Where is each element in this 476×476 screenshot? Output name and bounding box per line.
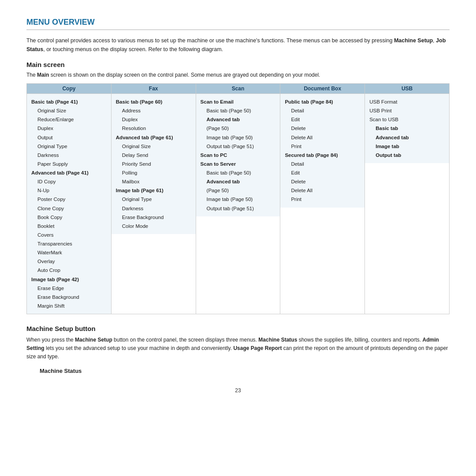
col-3-item-9: Delete bbox=[285, 177, 360, 186]
col-1-item-9: Mailbox bbox=[116, 177, 191, 186]
col-3-item-8: Edit bbox=[285, 168, 360, 177]
col-1-item-6: Delay Send bbox=[116, 151, 191, 160]
col-1-item-13: Erase Background bbox=[116, 213, 191, 222]
menu-table: CopyBasic tab (Page 41)Original SizeRedu… bbox=[26, 83, 450, 314]
col-1-item-3: Resolution bbox=[116, 124, 191, 133]
menu-col-document-box: Document BoxPublic tab (Page 84)DetailEd… bbox=[280, 84, 365, 314]
col-0-item-4: Output bbox=[31, 133, 107, 142]
col-0-item-13: Book Copy bbox=[31, 213, 107, 222]
col-0-item-10: N-Up bbox=[31, 186, 107, 195]
col-0-item-22: Erase Background bbox=[31, 293, 107, 301]
col-header-2: Scan bbox=[196, 84, 280, 94]
col-0-item-7: Paper Supply bbox=[31, 160, 107, 168]
col-0-item-2: Reduce/Enlarge bbox=[31, 115, 107, 124]
col-4-item-4: Advanced tab bbox=[369, 133, 445, 142]
col-1-item-10: Image tab (Page 61) bbox=[116, 186, 191, 195]
col-2-item-12: Output tab (Page 51) bbox=[201, 204, 276, 213]
col-3-item-11: Print bbox=[285, 195, 360, 204]
col-0-item-6: Darkness bbox=[31, 151, 107, 160]
col-2-item-6: Scan to PC bbox=[201, 151, 276, 160]
col-2-item-4: Image tab (Page 50) bbox=[201, 133, 276, 142]
col-0-item-21: Erase Edge bbox=[31, 284, 107, 293]
col-header-3: Document Box bbox=[280, 84, 364, 94]
col-0-item-20: Image tab (Page 42) bbox=[31, 275, 107, 284]
col-3-item-7: Detail bbox=[285, 160, 360, 168]
col-header-4: USB bbox=[365, 84, 449, 94]
col-body-3: Public tab (Page 84)DetailEditDeleteDele… bbox=[280, 94, 364, 208]
col-2-item-3: (Page 50) bbox=[201, 124, 276, 133]
col-3-item-6: Secured tab (Page 84) bbox=[285, 151, 360, 160]
col-3-item-3: Delete bbox=[285, 124, 360, 133]
col-header-1: Fax bbox=[112, 84, 196, 94]
col-0-item-1: Original Size bbox=[31, 106, 107, 115]
col-2-item-8: Basic tab (Page 50) bbox=[201, 168, 276, 177]
machine-status-title: Machine Status bbox=[40, 368, 450, 374]
col-1-item-12: Darkness bbox=[116, 204, 191, 213]
col-3-item-10: Delete All bbox=[285, 186, 360, 195]
col-body-4: USB FormatUSB PrintScan to USBBasic tabA… bbox=[365, 94, 449, 163]
col-0-item-9: ID Copy bbox=[31, 177, 107, 186]
col-2-item-9: Advanced tab bbox=[201, 177, 276, 186]
col-3-item-5: Print bbox=[285, 142, 360, 151]
col-4-item-6: Output tab bbox=[369, 151, 445, 160]
col-4-item-5: Image tab bbox=[369, 142, 445, 151]
col-3-item-1: Detail bbox=[285, 106, 360, 115]
menu-col-scan: ScanScan to EmailBasic tab (Page 50)Adva… bbox=[196, 84, 281, 314]
col-4-item-0: USB Format bbox=[369, 97, 445, 106]
col-0-item-23: Margin Shift bbox=[31, 301, 107, 310]
col-2-item-0: Scan to Email bbox=[201, 97, 276, 106]
machine-setup-title: Machine Setup button bbox=[26, 325, 450, 332]
col-1-item-0: Basic tab (Page 60) bbox=[116, 97, 191, 106]
col-0-item-16: Transparencies bbox=[31, 239, 107, 248]
col-0-item-8: Advanced tab (Page 41) bbox=[31, 168, 107, 177]
col-1-item-7: Priority Send bbox=[116, 160, 191, 168]
menu-col-copy: CopyBasic tab (Page 41)Original SizeRedu… bbox=[27, 84, 112, 314]
col-1-item-8: Polling bbox=[116, 168, 191, 177]
col-0-item-5: Original Type bbox=[31, 142, 107, 151]
col-1-item-2: Duplex bbox=[116, 115, 191, 124]
col-2-item-1: Basic tab (Page 50) bbox=[201, 106, 276, 115]
col-4-item-1: USB Print bbox=[369, 106, 445, 115]
col-4-item-3: Basic tab bbox=[369, 124, 445, 133]
col-2-item-10: (Page 50) bbox=[201, 186, 276, 195]
col-0-item-0: Basic tab (Page 41) bbox=[31, 97, 107, 106]
col-1-item-11: Original Type bbox=[116, 195, 191, 204]
col-0-item-11: Poster Copy bbox=[31, 195, 107, 204]
col-3-item-0: Public tab (Page 84) bbox=[285, 97, 360, 106]
col-0-item-15: Covers bbox=[31, 231, 107, 239]
intro-paragraph: The control panel provides access to var… bbox=[26, 36, 450, 54]
main-screen-title: Main screen bbox=[26, 61, 450, 68]
col-0-item-14: Booklet bbox=[31, 222, 107, 231]
main-screen-sub: The Main screen is shown on the display … bbox=[26, 71, 450, 79]
col-1-item-4: Advanced tab (Page 61) bbox=[116, 133, 191, 142]
col-2-item-2: Advanced tab bbox=[201, 115, 276, 124]
col-0-item-18: Overlay bbox=[31, 257, 107, 266]
col-0-item-19: Auto Crop bbox=[31, 266, 107, 275]
page-title: MENU OVERVIEW bbox=[26, 18, 450, 30]
col-3-item-4: Delete All bbox=[285, 133, 360, 142]
col-0-item-17: WaterMark bbox=[31, 248, 107, 257]
col-header-0: Copy bbox=[27, 84, 111, 94]
col-3-item-2: Edit bbox=[285, 115, 360, 124]
col-2-item-7: Scan to Server bbox=[201, 160, 276, 168]
col-0-item-3: Duplex bbox=[31, 124, 107, 133]
machine-setup-text: When you press the Machine Setup button … bbox=[26, 336, 450, 361]
menu-col-usb: USBUSB FormatUSB PrintScan to USBBasic t… bbox=[365, 84, 449, 314]
col-1-item-5: Original Size bbox=[116, 142, 191, 151]
col-2-item-5: Output tab (Page 51) bbox=[201, 142, 276, 151]
col-body-1: Basic tab (Page 60)AddressDuplexResoluti… bbox=[112, 94, 196, 234]
col-0-item-12: Clone Copy bbox=[31, 204, 107, 213]
menu-col-fax: FaxBasic tab (Page 60)AddressDuplexResol… bbox=[112, 84, 196, 314]
page-number: 23 bbox=[26, 387, 450, 394]
col-2-item-11: Image tab (Page 50) bbox=[201, 195, 276, 204]
col-body-0: Basic tab (Page 41)Original SizeReduce/E… bbox=[27, 94, 111, 314]
col-4-item-2: Scan to USB bbox=[369, 115, 445, 124]
col-body-2: Scan to EmailBasic tab (Page 50)Advanced… bbox=[196, 94, 280, 216]
col-1-item-14: Color Mode bbox=[116, 222, 191, 231]
col-1-item-1: Address bbox=[116, 106, 191, 115]
